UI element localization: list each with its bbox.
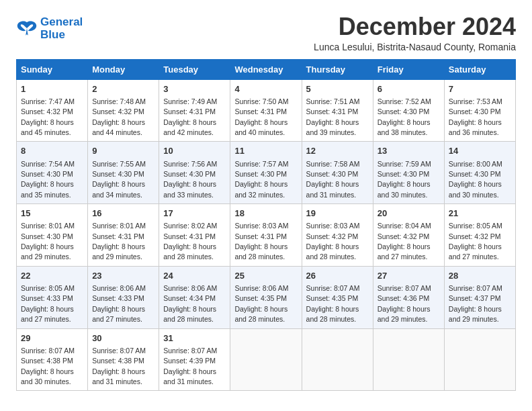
day-number: 29 [21,332,83,345]
day-number: 18 [234,208,297,220]
calendar-cell: 5Sunrise: 7:51 AMSunset: 4:31 PMDaylight… [302,79,373,142]
day-number: 14 [449,145,511,157]
day-info: Sunrise: 8:01 AMSunset: 4:30 PMDaylight:… [21,222,75,261]
day-number: 4 [234,83,297,95]
day-info: Sunrise: 7:58 AMSunset: 4:30 PMDaylight:… [306,160,360,199]
calendar-cell: 10Sunrise: 7:56 AMSunset: 4:30 PMDayligh… [159,142,230,204]
day-info: Sunrise: 8:06 AMSunset: 4:33 PMDaylight:… [92,284,146,323]
day-info: Sunrise: 7:57 AMSunset: 4:30 PMDaylight:… [234,160,288,199]
day-info: Sunrise: 8:04 AMSunset: 4:32 PMDaylight:… [378,222,431,261]
day-info: Sunrise: 8:01 AMSunset: 4:31 PMDaylight:… [92,222,146,261]
day-number: 24 [163,270,226,282]
calendar-cell: 21Sunrise: 8:05 AMSunset: 4:32 PMDayligh… [444,204,515,267]
day-info: Sunrise: 7:51 AMSunset: 4:31 PMDaylight:… [306,97,360,136]
title-block: December 2024 Lunca Lesului, Bistrita-Na… [314,13,516,52]
day-number: 6 [378,83,440,95]
calendar-week-row: 15Sunrise: 8:01 AMSunset: 4:30 PMDayligh… [17,204,516,267]
day-info: Sunrise: 8:07 AMSunset: 4:37 PMDaylight:… [449,284,502,323]
logo: General Blue [16,16,83,41]
weekday-header-saturday: Saturday [444,59,515,79]
calendar-cell: 31Sunrise: 8:07 AMSunset: 4:39 PMDayligh… [159,328,230,391]
day-number: 1 [21,83,83,95]
day-info: Sunrise: 7:50 AMSunset: 4:31 PMDaylight:… [234,97,288,136]
calendar-cell: 7Sunrise: 7:53 AMSunset: 4:30 PMDaylight… [444,79,515,142]
day-info: Sunrise: 8:00 AMSunset: 4:30 PMDaylight:… [449,160,502,199]
calendar-cell: 2Sunrise: 7:48 AMSunset: 4:32 PMDaylight… [88,79,159,142]
day-info: Sunrise: 7:49 AMSunset: 4:31 PMDaylight:… [163,97,217,136]
day-info: Sunrise: 8:06 AMSunset: 4:35 PMDaylight:… [234,284,288,323]
day-number: 30 [92,332,154,345]
calendar-cell: 4Sunrise: 7:50 AMSunset: 4:31 PMDaylight… [230,79,302,142]
calendar-body: 1Sunrise: 7:47 AMSunset: 4:32 PMDaylight… [17,79,516,391]
calendar-cell: 24Sunrise: 8:06 AMSunset: 4:34 PMDayligh… [159,266,230,328]
day-number: 26 [306,270,369,282]
month-title: December 2024 [314,13,516,40]
weekday-header-tuesday: Tuesday [159,59,230,79]
calendar-cell: 20Sunrise: 8:04 AMSunset: 4:32 PMDayligh… [373,204,444,267]
day-info: Sunrise: 7:52 AMSunset: 4:30 PMDaylight:… [378,97,431,136]
calendar-cell [302,328,373,391]
calendar-cell: 11Sunrise: 7:57 AMSunset: 4:30 PMDayligh… [230,142,302,204]
day-number: 31 [163,332,226,345]
day-number: 13 [378,145,440,157]
calendar-cell [230,328,302,391]
day-info: Sunrise: 8:05 AMSunset: 4:33 PMDaylight:… [21,284,75,323]
calendar-cell: 3Sunrise: 7:49 AMSunset: 4:31 PMDaylight… [159,79,230,142]
day-info: Sunrise: 7:48 AMSunset: 4:32 PMDaylight:… [92,97,146,136]
calendar-cell: 28Sunrise: 8:07 AMSunset: 4:37 PMDayligh… [444,266,515,328]
weekday-header-sunday: Sunday [17,59,88,79]
day-number: 16 [92,208,154,220]
day-info: Sunrise: 8:07 AMSunset: 4:38 PMDaylight:… [92,347,146,385]
day-number: 9 [92,145,154,157]
calendar-cell: 25Sunrise: 8:06 AMSunset: 4:35 PMDayligh… [230,266,302,328]
calendar-cell [373,328,444,391]
calendar-cell: 1Sunrise: 7:47 AMSunset: 4:32 PMDaylight… [17,79,88,142]
day-info: Sunrise: 8:05 AMSunset: 4:32 PMDaylight:… [449,222,502,261]
logo-text: General Blue [40,16,83,41]
day-number: 28 [449,270,511,282]
calendar-table: SundayMondayTuesdayWednesdayThursdayFrid… [16,59,516,392]
day-number: 25 [234,270,297,282]
calendar-cell: 23Sunrise: 8:06 AMSunset: 4:33 PMDayligh… [88,266,159,328]
calendar-cell: 27Sunrise: 8:07 AMSunset: 4:36 PMDayligh… [373,266,444,328]
calendar-cell: 18Sunrise: 8:03 AMSunset: 4:31 PMDayligh… [230,204,302,267]
day-number: 21 [449,208,511,220]
day-info: Sunrise: 7:56 AMSunset: 4:30 PMDaylight:… [163,160,217,199]
calendar-cell [444,328,515,391]
weekday-header-monday: Monday [88,59,159,79]
day-number: 20 [378,208,440,220]
day-number: 2 [92,83,154,95]
calendar-week-row: 29Sunrise: 8:07 AMSunset: 4:38 PMDayligh… [17,328,516,391]
day-number: 15 [21,208,83,220]
day-number: 3 [163,83,226,95]
day-number: 8 [21,145,83,157]
calendar-cell: 29Sunrise: 8:07 AMSunset: 4:38 PMDayligh… [17,328,88,391]
day-number: 7 [449,83,511,95]
location-subtitle: Lunca Lesului, Bistrita-Nasaud County, R… [314,42,516,52]
day-number: 10 [163,145,226,157]
calendar-cell: 26Sunrise: 8:07 AMSunset: 4:35 PMDayligh… [302,266,373,328]
day-number: 27 [378,270,440,282]
page-header: General Blue December 2024 Lunca Lesului… [16,13,516,52]
day-number: 12 [306,145,369,157]
day-number: 17 [163,208,226,220]
calendar-cell: 12Sunrise: 7:58 AMSunset: 4:30 PMDayligh… [302,142,373,204]
day-info: Sunrise: 8:03 AMSunset: 4:31 PMDaylight:… [234,222,288,261]
calendar-cell: 19Sunrise: 8:03 AMSunset: 4:32 PMDayligh… [302,204,373,267]
day-number: 11 [234,145,297,157]
calendar-week-row: 22Sunrise: 8:05 AMSunset: 4:33 PMDayligh… [17,266,516,328]
calendar-week-row: 8Sunrise: 7:54 AMSunset: 4:30 PMDaylight… [17,142,516,204]
day-number: 22 [21,270,83,282]
day-info: Sunrise: 8:07 AMSunset: 4:35 PMDaylight:… [306,284,360,323]
weekday-header-thursday: Thursday [302,59,373,79]
day-info: Sunrise: 8:07 AMSunset: 4:38 PMDaylight:… [21,347,75,385]
day-info: Sunrise: 8:03 AMSunset: 4:32 PMDaylight:… [306,222,360,261]
calendar-cell: 14Sunrise: 8:00 AMSunset: 4:30 PMDayligh… [444,142,515,204]
day-info: Sunrise: 7:59 AMSunset: 4:30 PMDaylight:… [378,160,431,199]
calendar-cell: 13Sunrise: 7:59 AMSunset: 4:30 PMDayligh… [373,142,444,204]
calendar-cell: 9Sunrise: 7:55 AMSunset: 4:30 PMDaylight… [88,142,159,204]
calendar-cell: 6Sunrise: 7:52 AMSunset: 4:30 PMDaylight… [373,79,444,142]
weekday-header-friday: Friday [373,59,444,79]
day-number: 19 [306,208,369,220]
logo-icon [16,19,38,38]
